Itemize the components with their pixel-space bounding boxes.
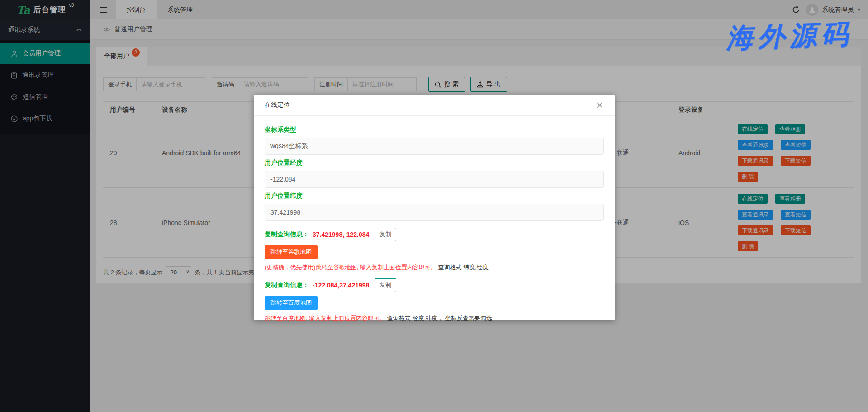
baidu-note-format: 查询格式 经度,纬度， 坐标反查需要勾选 xyxy=(387,315,492,321)
goto-google-maps-button[interactable]: 跳转至谷歌地图 xyxy=(265,245,318,259)
copy-button[interactable]: 复制 xyxy=(375,278,396,292)
baidu-note: 跳转至百度地图, 输入复制上面位置内容即可。 查询格式 经度,纬度， 坐标反查需… xyxy=(265,314,604,322)
coord-system-input[interactable] xyxy=(265,138,604,155)
longitude-input[interactable] xyxy=(265,171,604,188)
google-note-red: (更精确，优先使用)跳转至谷歌地图, 输入复制上面位置内容即可。 xyxy=(265,264,436,271)
copy-info-label: 复制查询信息： xyxy=(265,281,309,289)
google-note-format: 查询格式 纬度,经度 xyxy=(438,264,489,271)
copy-button[interactable]: 复制 xyxy=(375,228,396,241)
close-icon[interactable]: × xyxy=(596,100,604,110)
copy-info-label: 复制查询信息： xyxy=(265,230,309,239)
goto-baidu-maps-button[interactable]: 跳转至百度地图 xyxy=(265,296,318,310)
modal-body: 坐标系类型 用户位置经度 用户位置纬度 复制查询信息： 37.421998,-1… xyxy=(254,116,615,322)
modal-title: 在线定位 xyxy=(265,101,290,109)
latitude-label: 用户位置纬度 xyxy=(265,192,604,200)
copy-row-baidu: 复制查询信息： -122.084,37.421998 复制 xyxy=(265,278,604,292)
coord-system-label: 坐标系类型 xyxy=(265,126,604,134)
baidu-note-red: 跳转至百度地图, 输入复制上面位置内容即可。 xyxy=(265,315,385,321)
google-note: (更精确，优先使用)跳转至谷歌地图, 输入复制上面位置内容即可。 查询格式 纬度… xyxy=(265,263,604,272)
latitude-input[interactable] xyxy=(265,204,604,221)
online-locate-modal: 在线定位 × 坐标系类型 用户位置经度 用户位置纬度 复制查询信息： 37.42… xyxy=(254,95,615,320)
copy-info-value: -122.084,37.421998 xyxy=(313,282,369,289)
copy-info-value: 37.421998,-122.084 xyxy=(313,231,369,238)
copy-row-google: 复制查询信息： 37.421998,-122.084 复制 xyxy=(265,228,604,241)
modal-header: 在线定位 × xyxy=(254,95,615,116)
longitude-label: 用户位置经度 xyxy=(265,159,604,167)
